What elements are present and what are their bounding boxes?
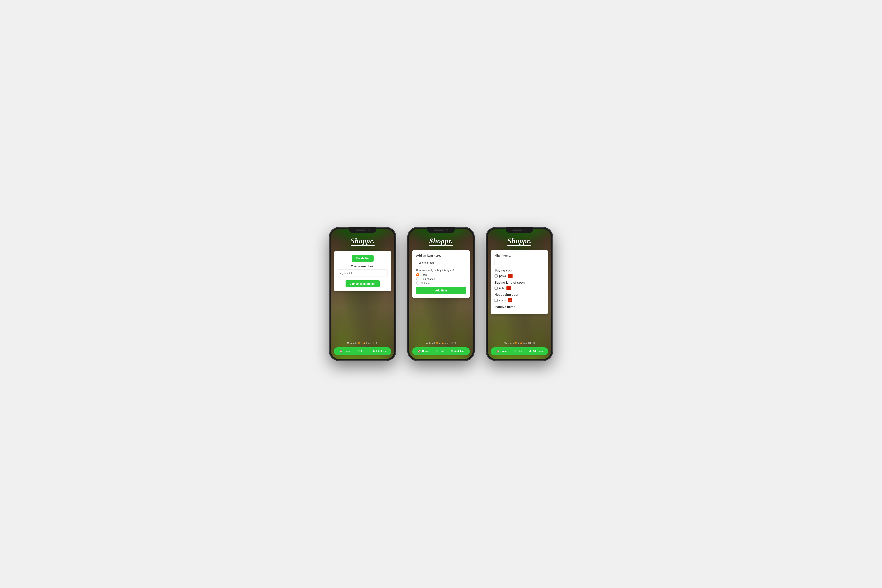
nav-additem-3[interactable]: ⊕ Add Item xyxy=(529,350,543,353)
delete-pasta-button[interactable] xyxy=(508,274,513,278)
add-item-input[interactable] xyxy=(416,259,466,266)
add-item-card: Add an item here: How soon will you buy … xyxy=(412,250,470,298)
section-inactive-title: Inactive items xyxy=(495,305,544,309)
footer-2: Made with 🧡 & 🔥 from TCL 49 xyxy=(409,342,473,344)
camera-3 xyxy=(525,229,526,231)
section-kind-of-soon-title: Buying kind of soon xyxy=(495,281,544,284)
app-title-3: Shoppr. xyxy=(488,237,551,245)
join-list-button[interactable]: Join an existing list xyxy=(345,280,380,287)
additem-icon-1: ⊕ xyxy=(372,350,375,353)
phone-2: Shoppr. Add an item here: How soon will … xyxy=(408,227,474,361)
notch-3 xyxy=(506,227,533,233)
create-list-button[interactable]: Create list xyxy=(352,255,374,262)
additem-icon-3: ⊕ xyxy=(529,350,531,353)
app-title-2: Shoppr. xyxy=(409,237,473,245)
item-name-chips: chips xyxy=(499,299,506,302)
svg-rect-2 xyxy=(509,300,511,300)
login-card: Create list Enter a token here: Join an … xyxy=(334,251,392,291)
screen-2: Shoppr. Add an item here: How soon will … xyxy=(409,229,473,359)
additem-icon-2: ⊕ xyxy=(451,350,453,353)
delete-icon xyxy=(509,299,512,302)
home-icon-3: 🏠 xyxy=(496,350,500,353)
radio-soon-dot xyxy=(416,273,419,276)
checkbox-milk[interactable] xyxy=(495,286,498,290)
nav-list-1[interactable]: ☰ List xyxy=(357,350,365,353)
footer-1: Made with 🧡 & 🔥 from TCL 49 xyxy=(331,342,394,344)
list-item-chips: chips xyxy=(495,298,544,302)
token-label: Enter a token here: xyxy=(338,265,387,268)
radio-soon-label: Soon xyxy=(421,273,427,276)
bottom-nav-3: 🏠 Home ☰ List ⊕ Add Item xyxy=(490,347,548,355)
radio-group: How soon will you buy this again? Soon K… xyxy=(416,269,466,285)
token-input[interactable] xyxy=(338,270,387,277)
list-icon-2: ☰ xyxy=(436,350,438,353)
nav-list-3[interactable]: ☰ List xyxy=(514,350,522,353)
radio-question: How soon will you buy this again? xyxy=(416,269,466,272)
checkbox-pasta[interactable] xyxy=(495,274,498,278)
list-item-pasta: pasta xyxy=(495,274,544,278)
radio-kindsoon-label: Kind of soon xyxy=(421,278,435,280)
nav-additem-2[interactable]: ⊕ Add Item xyxy=(451,350,464,353)
radio-not-soon[interactable]: Not soon xyxy=(416,282,466,285)
screen-3: Shoppr. Filter items: Buying soon pasta xyxy=(488,229,551,359)
speaker-1 xyxy=(356,230,365,231)
bg-3: Shoppr. Filter items: Buying soon pasta xyxy=(488,229,551,359)
list-icon-1: ☰ xyxy=(357,350,360,353)
app-title-1: Shoppr. xyxy=(331,237,394,245)
home-icon-1: 🏠 xyxy=(339,350,343,353)
radio-kindsoon-dot xyxy=(416,278,419,280)
nav-home-1[interactable]: 🏠 Home xyxy=(339,350,350,353)
filter-label: Filter items: xyxy=(495,254,544,257)
camera-2 xyxy=(446,229,448,231)
bg-2: Shoppr. Add an item here: How soon will … xyxy=(409,229,473,359)
bg-1: Shoppr. Create list Enter a token here: … xyxy=(331,229,394,359)
filter-input[interactable] xyxy=(495,259,544,266)
section-not-soon-title: Not buying soon xyxy=(495,293,544,297)
radio-soon[interactable]: Soon xyxy=(416,273,466,276)
home-icon-2: 🏠 xyxy=(418,350,421,353)
delete-milk-button[interactable] xyxy=(507,286,511,290)
footer-3: Made with 🧡 & 🔥 from TCL 49 xyxy=(488,342,551,344)
phone-3: Shoppr. Filter items: Buying soon pasta xyxy=(486,227,553,361)
add-item-label: Add an item here: xyxy=(416,254,466,257)
svg-rect-0 xyxy=(509,276,512,276)
radio-kind-of-soon[interactable]: Kind of soon xyxy=(416,278,466,280)
add-item-button[interactable]: Add Item xyxy=(416,287,466,294)
list-item-milk: milk xyxy=(495,286,544,290)
camera-1 xyxy=(368,229,370,231)
radio-notsoon-dot xyxy=(416,282,419,285)
bottom-nav-2: 🏠 Home ☰ List ⊕ Add Item xyxy=(412,347,470,355)
nav-home-2[interactable]: 🏠 Home xyxy=(418,350,429,353)
section-buying-soon-title: Buying soon xyxy=(495,269,544,272)
nav-list-2[interactable]: ☰ List xyxy=(436,350,444,353)
delete-chips-button[interactable] xyxy=(508,298,512,302)
item-name-pasta: pasta xyxy=(499,274,506,278)
svg-rect-1 xyxy=(508,288,510,288)
item-name-milk: milk xyxy=(499,286,504,290)
delete-icon xyxy=(509,275,512,277)
phone-1: Shoppr. Create list Enter a token here: … xyxy=(329,227,396,361)
list-card: Filter items: Buying soon pasta xyxy=(490,250,548,314)
speaker-2 xyxy=(434,230,444,231)
delete-icon xyxy=(507,287,510,289)
bottom-nav-1: 🏠 Home ☰ List ⊕ Add Item xyxy=(334,347,392,355)
nav-additem-1[interactable]: ⊕ Add Item xyxy=(372,350,386,353)
list-icon-3: ☰ xyxy=(514,350,517,353)
notch-2 xyxy=(427,227,455,233)
speaker-3 xyxy=(512,230,522,231)
radio-notsoon-label: Not soon xyxy=(421,282,431,285)
phones-container: Shoppr. Create list Enter a token here: … xyxy=(329,227,553,361)
checkbox-chips[interactable] xyxy=(495,299,498,302)
notch-1 xyxy=(349,227,376,233)
screen-1: Shoppr. Create list Enter a token here: … xyxy=(331,229,394,359)
nav-home-3[interactable]: 🏠 Home xyxy=(496,350,507,353)
